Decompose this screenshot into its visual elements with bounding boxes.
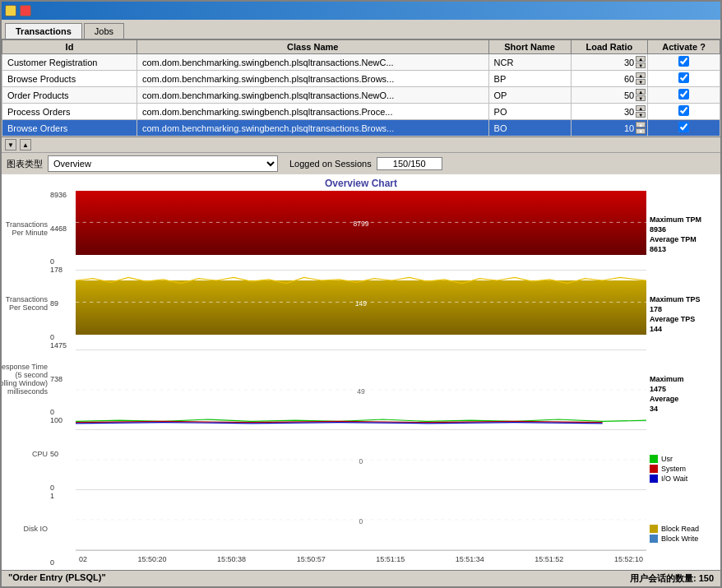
tpm-legend: Maximum TPM 8936 Average TPM 8613 — [650, 215, 717, 253]
activate-checkbox[interactable] — [678, 89, 689, 100]
rt-chart-row: 49 — [76, 350, 646, 430]
iowait-legend-item: I/O Wait — [650, 475, 717, 483]
activate-checkbox[interactable] — [678, 72, 689, 83]
y-value: 50 — [50, 450, 62, 458]
table-row[interactable]: Order Productscom.dom.benchmarking.swing… — [2, 87, 720, 104]
spinner-down[interactable]: ▼ — [636, 63, 646, 68]
spinner-up[interactable]: ▲ — [636, 122, 646, 127]
block-write-legend-box — [650, 535, 658, 543]
arrow-down-button[interactable]: ▼ — [5, 139, 16, 150]
cell-shortname: BP — [488, 71, 571, 87]
load-spinner[interactable]: ▲▼ — [636, 122, 646, 134]
cell-classname: com.dom.benchmarking.swingbench.plsqltra… — [137, 104, 488, 120]
rt-max-value: 1475 — [650, 385, 717, 393]
col-header-activate: Activate ? — [648, 40, 720, 54]
y-section: Disk IO10 — [5, 492, 72, 567]
chart-type-dropdown[interactable]: OverviewTPMTPSResponse TimeCPUDisk IO — [48, 155, 278, 172]
y-section: Response Time (5 second Rolling Window) … — [5, 341, 72, 416]
tpm-chart-row: 8799 — [76, 191, 646, 271]
y-value: 738 — [50, 375, 67, 383]
cell-shortname: OP — [488, 87, 571, 104]
legend-panel: Maximum TPM 8936 Average TPM 8613 Maximu… — [646, 191, 720, 567]
spinner-up[interactable]: ▲ — [636, 56, 646, 62]
x-label: 15:51:15 — [376, 555, 405, 563]
block-read-legend-text: Block Read — [661, 525, 699, 533]
sessions-label: Logged on Sessions — [289, 159, 372, 169]
y-value: 4468 — [50, 225, 67, 233]
cell-id: Customer Registration — [2, 54, 137, 71]
close-button[interactable] — [20, 5, 31, 16]
arrow-up-button[interactable]: ▲ — [20, 139, 31, 150]
table-row[interactable]: Customer Registrationcom.dom.benchmarkin… — [2, 54, 720, 71]
avg-tps-value: 144 — [650, 325, 717, 333]
spinner-down[interactable]: ▼ — [636, 112, 646, 118]
y-section: Transactions Per Second178890 — [5, 266, 72, 340]
spinner-up[interactable]: ▲ — [636, 105, 646, 111]
x-label: 15:51:52 — [535, 555, 563, 563]
y-section-label: Disk IO — [5, 492, 50, 567]
tab-jobs[interactable]: Jobs — [84, 23, 124, 39]
spinner-up[interactable]: ▲ — [636, 89, 646, 95]
col-header-id: Id — [2, 40, 137, 54]
svg-text:0: 0 — [359, 456, 363, 465]
y-section-label: Response Time (5 second Rolling Window) … — [5, 341, 50, 416]
avg-tps-label: Average TPS — [650, 315, 717, 323]
max-tps-value: 178 — [650, 305, 717, 313]
activate-checkbox[interactable] — [678, 122, 689, 132]
y-section: CPU100500 — [5, 416, 72, 491]
chart-area: Transactions Per Minute893644680Transact… — [2, 191, 720, 567]
spinner-up[interactable]: ▲ — [636, 72, 646, 78]
cell-classname: com.dom.benchmarking.swingbench.plsqltra… — [137, 87, 488, 104]
avg-tpm-label: Average TPM — [650, 235, 717, 243]
avg-tpm-value: 8613 — [650, 245, 717, 253]
spinner-down[interactable]: ▼ — [636, 79, 646, 85]
spinner-down[interactable]: ▼ — [636, 95, 646, 101]
col-header-loadratio: Load Ratio — [571, 40, 648, 54]
y-value: 0 — [50, 484, 62, 492]
y-value: 178 — [50, 266, 62, 274]
spinner-down[interactable]: ▼ — [636, 128, 646, 134]
table-section: Id Class Name Short Name Load Ratio Acti… — [2, 39, 720, 137]
x-label: 02 — [79, 555, 87, 563]
cell-id: Browse Orders — [2, 120, 137, 137]
usr-legend-text: Usr — [661, 455, 673, 463]
cpu-chart-row: 0 — [76, 430, 646, 490]
x-label: 15:51:34 — [456, 555, 484, 563]
load-spinner[interactable]: ▲▼ — [636, 89, 646, 101]
y-value: 0 — [50, 558, 54, 567]
y-values: 100500 — [50, 416, 62, 491]
cell-loadratio: 50▲▼ — [571, 87, 648, 104]
cell-id: Browse Products — [2, 71, 137, 87]
load-value: 50 — [624, 90, 634, 100]
cell-loadratio: 60▲▼ — [571, 71, 648, 87]
cell-activate — [648, 71, 720, 87]
minimize-button[interactable] — [5, 5, 16, 16]
table-row[interactable]: Browse Orderscom.dom.benchmarking.swingb… — [2, 120, 720, 137]
activate-checkbox[interactable] — [678, 56, 689, 67]
col-header-classname: Class Name — [137, 40, 488, 54]
iowait-legend-box — [650, 475, 658, 483]
x-axis-row: 0215:50:2015:50:3815:50:5715:51:1515:51:… — [76, 550, 646, 567]
y-value: 89 — [50, 299, 62, 308]
tab-transactions[interactable]: Transactions — [5, 23, 82, 39]
table-row[interactable]: Browse Productscom.dom.benchmarking.swin… — [2, 71, 720, 87]
table-row[interactable]: Process Orderscom.dom.benchmarking.swing… — [2, 104, 720, 120]
max-tpm-value: 8936 — [650, 225, 717, 234]
x-label: 15:50:20 — [138, 555, 167, 563]
y-section-label: Transactions Per Minute — [5, 191, 50, 266]
load-value: 30 — [624, 107, 634, 117]
load-spinner[interactable]: ▲▼ — [636, 56, 646, 68]
disk-legend: Block Read Block Write — [650, 525, 717, 543]
rt-avg-value: 34 — [650, 405, 717, 413]
rt-legend: Maximum 1475 Average 34 — [650, 375, 717, 413]
rt-max-label: Maximum — [650, 375, 717, 383]
col-header-shortname: Short Name — [488, 40, 571, 54]
status-left: "Order Entry (PLSQL)" — [8, 572, 106, 585]
x-label: 15:50:38 — [217, 555, 246, 563]
load-spinner[interactable]: ▲▼ — [636, 72, 646, 85]
load-spinner[interactable]: ▲▼ — [636, 105, 646, 118]
y-value: 0 — [50, 257, 67, 266]
svg-text:8799: 8799 — [354, 220, 369, 229]
max-tps-label: Maximum TPS — [650, 295, 717, 303]
activate-checkbox[interactable] — [678, 105, 689, 116]
